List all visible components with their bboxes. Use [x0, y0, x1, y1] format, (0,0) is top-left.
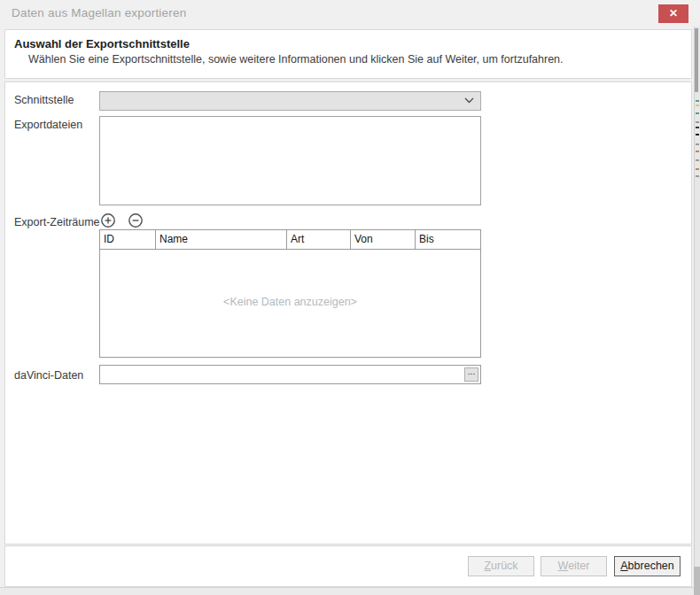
column-header-von[interactable]: Von	[351, 230, 416, 249]
exportdateien-listbox[interactable]	[99, 116, 481, 205]
ellipsis-icon: ...	[468, 367, 475, 376]
grid-empty-message: <Keine Daten anzuzeigen>	[100, 250, 480, 308]
export-dialog: Daten aus Magellan exportieren ✕ Auswahl…	[0, 0, 700, 595]
next-button[interactable]: Weiter	[541, 556, 607, 576]
wizard-header-panel: Auswahl der Exportschnittstelle Wählen S…	[4, 29, 692, 79]
export-zeitraeume-label: Export-Zeiträume	[14, 216, 100, 228]
close-button[interactable]: ✕	[658, 4, 688, 23]
chevron-down-icon	[464, 97, 474, 104]
column-header-art[interactable]: Art	[287, 230, 351, 249]
minimap-mark	[696, 159, 699, 161]
minimap-mark	[696, 168, 699, 170]
back-button[interactable]: Zurück	[468, 556, 534, 576]
cancel-button[interactable]: Abbrechen	[614, 556, 681, 576]
davinci-daten-input[interactable]: ...	[99, 365, 481, 384]
next-button-mnemonic: W	[558, 560, 569, 572]
dialog-bottom-strip	[0, 587, 700, 595]
back-button-mnemonic: Z	[484, 560, 491, 572]
davinci-daten-label: daVinci-Daten	[14, 369, 83, 382]
minimap-mark	[696, 121, 699, 123]
close-icon: ✕	[669, 7, 678, 19]
minimap-mark	[696, 134, 699, 135]
grid-body[interactable]: <Keine Daten anzuzeigen>	[100, 250, 480, 358]
export-zeitraeume-grid: ID Name Art Von Bis <Keine Daten anzuzei…	[99, 229, 481, 358]
minimap-mark	[696, 127, 699, 128]
cancel-button-mnemonic: A	[620, 560, 627, 572]
browse-button[interactable]: ...	[464, 367, 478, 382]
schnittstelle-dropdown[interactable]	[99, 91, 481, 111]
footer-panel: Zurück Weiter Abbrechen	[4, 545, 692, 587]
column-header-id[interactable]: ID	[100, 230, 156, 249]
plus-circle-icon	[100, 212, 116, 228]
next-button-label: eiter	[568, 560, 589, 572]
form-panel: Schnittstelle Exportdateien Export-Zeitr…	[4, 81, 692, 545]
cancel-button-label: bbrechen	[628, 560, 674, 572]
minimap-mark	[696, 112, 699, 114]
minimap-mark	[696, 100, 699, 102]
minimap-mark	[696, 175, 699, 177]
minimap-mark	[696, 143, 699, 145]
title-bar: Daten aus Magellan exportieren ✕	[0, 0, 700, 27]
page-title: Auswahl der Exportschnittstelle	[14, 37, 190, 50]
column-header-bis[interactable]: Bis	[416, 230, 480, 249]
schnittstelle-label: Schnittstelle	[14, 94, 74, 106]
exportdateien-label: Exportdateien	[14, 119, 82, 131]
window-title: Daten aus Magellan exportieren	[12, 6, 186, 19]
minus-circle-icon	[128, 212, 144, 228]
minimap-mark	[696, 104, 699, 106]
back-button-label: urück	[491, 560, 518, 572]
grid-header-row: ID Name Art Von Bis	[100, 230, 480, 250]
background-scrollbar-thumb[interactable]	[695, 28, 698, 92]
column-header-name[interactable]: Name	[156, 230, 287, 249]
add-period-button[interactable]	[100, 212, 116, 228]
remove-period-button[interactable]	[128, 212, 144, 228]
background-window-corner	[694, 567, 700, 595]
page-subtitle: Wählen Sie eine Exportschnittstelle, sow…	[28, 53, 564, 66]
minimap-mark	[696, 151, 699, 152]
